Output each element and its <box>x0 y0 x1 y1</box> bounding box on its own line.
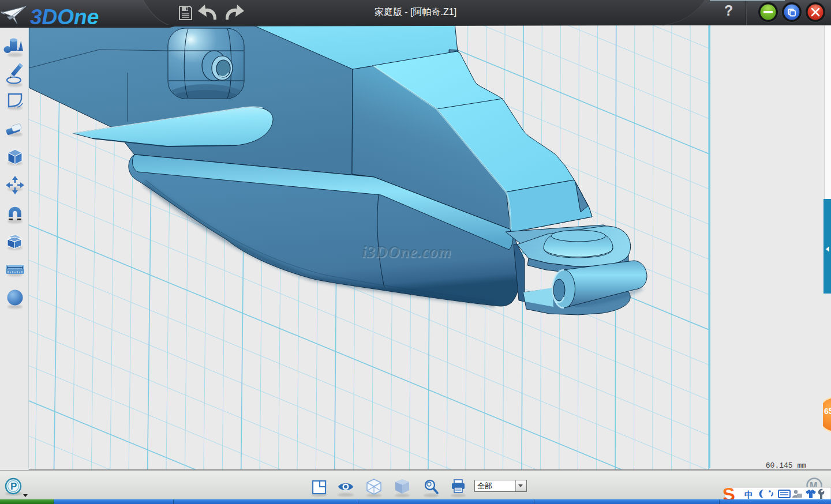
svg-text:60.145 mm: 60.145 mm <box>766 461 806 470</box>
svg-text:中: 中 <box>744 490 753 499</box>
svg-text:i3DOne.com: i3DOne.com <box>362 242 452 261</box>
svg-text:65: 65 <box>824 407 831 416</box>
svg-text:P: P <box>10 481 17 492</box>
